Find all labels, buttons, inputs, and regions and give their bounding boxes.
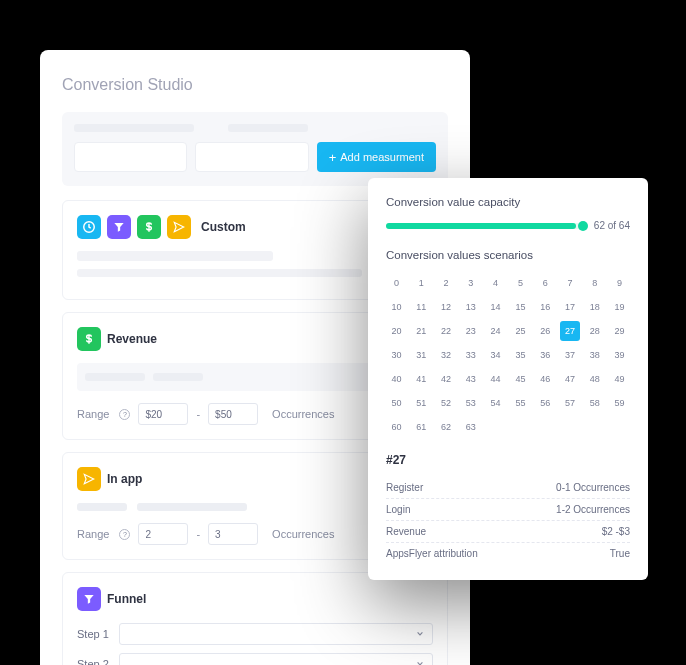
scenario-cell[interactable]: 49 [609,369,630,389]
detail-row: Revenue$2 -$3 [386,521,630,543]
scenario-cell[interactable]: 47 [560,369,581,389]
top-block: + Add measurment [62,112,448,186]
scenario-cell[interactable]: 41 [411,369,432,389]
scenario-cell[interactable]: 23 [460,321,481,341]
scenario-cell[interactable]: 7 [560,273,581,293]
scenario-cell[interactable]: 9 [609,273,630,293]
funnel-icon [77,587,101,611]
inapp-occurrences-label: Occurrences [272,528,334,540]
scenario-cell[interactable]: 37 [560,345,581,365]
scenario-cell[interactable]: 14 [485,297,506,317]
scenario-cell[interactable]: 32 [436,345,457,365]
scenario-cell[interactable]: 46 [535,369,556,389]
scenario-cell[interactable]: 21 [411,321,432,341]
scenario-cell[interactable]: 29 [609,321,630,341]
scenario-cell[interactable]: 12 [436,297,457,317]
scenario-cell[interactable]: 27 [560,321,581,341]
scenario-cell[interactable]: 36 [535,345,556,365]
scenario-cell[interactable]: 28 [584,321,605,341]
scenario-cell[interactable]: 16 [535,297,556,317]
scenario-cell[interactable]: 40 [386,369,407,389]
scenario-cell[interactable]: 19 [609,297,630,317]
scenario-cell[interactable]: 42 [436,369,457,389]
page-title: Conversion Studio [62,76,448,94]
scenario-cell[interactable]: 8 [584,273,605,293]
section-funnel: Funnel Step 1 Step 2 [62,572,448,665]
scenario-cell[interactable]: 54 [485,393,506,413]
clock-icon [77,215,101,239]
scenario-cell[interactable]: 11 [411,297,432,317]
scenario-cell[interactable]: 26 [535,321,556,341]
scenario-cell[interactable]: 17 [560,297,581,317]
scenario-cell[interactable]: 63 [460,417,481,437]
funnel-step2-dropdown[interactable] [119,653,433,665]
scenario-cell[interactable]: 34 [485,345,506,365]
scenario-cell[interactable]: 4 [485,273,506,293]
scenario-cell[interactable]: 45 [510,369,531,389]
funnel-step2-label: Step 2 [77,658,109,665]
scenario-cell[interactable]: 51 [411,393,432,413]
scenario-cell[interactable]: 2 [436,273,457,293]
funnel-step1-dropdown[interactable] [119,623,433,645]
scenario-cell[interactable]: 15 [510,297,531,317]
scenario-cell[interactable]: 5 [510,273,531,293]
section-revenue-label: Revenue [107,332,157,346]
dollar-icon [137,215,161,239]
add-measurement-button[interactable]: + Add measurment [317,142,436,172]
revenue-to-input[interactable] [208,403,258,425]
scenario-cell[interactable]: 53 [460,393,481,413]
scenario-cell[interactable]: 10 [386,297,407,317]
revenue-from-input[interactable] [138,403,188,425]
capacity-text: 62 of 64 [594,220,630,231]
scenario-cell[interactable]: 3 [460,273,481,293]
inapp-to-input[interactable] [208,523,258,545]
scenario-cell[interactable]: 22 [436,321,457,341]
help-icon[interactable]: ? [119,529,130,540]
scenario-cell[interactable]: 33 [460,345,481,365]
scenario-cell[interactable]: 59 [609,393,630,413]
capacity-progress [386,223,584,229]
scenario-cell[interactable]: 0 [386,273,407,293]
scenario-cell[interactable]: 30 [386,345,407,365]
scenario-cell[interactable]: 35 [510,345,531,365]
scenario-cell[interactable]: 58 [584,393,605,413]
scenario-cell[interactable]: 61 [411,417,432,437]
scenario-cell[interactable]: 57 [560,393,581,413]
scenario-cell[interactable]: 48 [584,369,605,389]
scenario-cell[interactable]: 56 [535,393,556,413]
scenario-cell[interactable]: 60 [386,417,407,437]
funnel-icon [107,215,131,239]
funnel-step1-label: Step 1 [77,628,109,640]
chevron-down-icon [416,660,424,665]
scenario-cell[interactable]: 62 [436,417,457,437]
scenario-cell[interactable]: 38 [584,345,605,365]
scenario-cell[interactable]: 39 [609,345,630,365]
scenario-cell[interactable]: 13 [460,297,481,317]
scenario-cell[interactable]: 50 [386,393,407,413]
scenario-cell[interactable]: 44 [485,369,506,389]
scenario-cell[interactable]: 43 [460,369,481,389]
scenario-cell[interactable]: 52 [436,393,457,413]
measure-input-1[interactable] [74,142,187,172]
scenario-cell[interactable]: 55 [510,393,531,413]
detail-row: Login1-2 Occurrences [386,499,630,521]
scenario-cell[interactable]: 31 [411,345,432,365]
inapp-from-input[interactable] [138,523,188,545]
scenario-cell[interactable]: 1 [411,273,432,293]
dollar-icon [77,327,101,351]
scenarios-title: Conversion values scenarios [386,249,630,261]
help-icon[interactable]: ? [119,409,130,420]
plus-icon: + [329,151,337,164]
scenario-cell[interactable]: 20 [386,321,407,341]
capacity-title: Conversion value capacity [386,196,630,208]
section-inapp-label: In app [107,472,142,486]
scenario-cell[interactable]: 18 [584,297,605,317]
capacity-panel: Conversion value capacity 62 of 64 Conve… [368,178,648,580]
chevron-down-icon [416,630,424,638]
scenario-cell[interactable]: 24 [485,321,506,341]
detail-row: Register0-1 Occurrences [386,477,630,499]
scenario-cell[interactable]: 25 [510,321,531,341]
measure-input-2[interactable] [195,142,308,172]
section-custom-label: Custom [201,220,246,234]
scenario-cell[interactable]: 6 [535,273,556,293]
